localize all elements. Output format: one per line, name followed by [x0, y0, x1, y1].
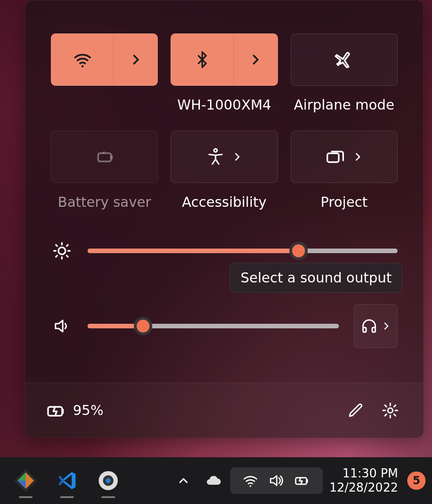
chevron-right-icon	[249, 53, 262, 66]
taskbar-onedrive[interactable]	[200, 461, 227, 500]
tile-project-label: Project	[321, 194, 368, 212]
headphones-icon	[360, 317, 378, 335]
app-icon	[15, 470, 37, 492]
chevron-right-icon	[381, 321, 391, 331]
bluetooth-icon	[193, 50, 211, 69]
pencil-icon	[347, 402, 364, 419]
svg-point-2	[214, 149, 217, 152]
tile-accessibility-wrap: Accessibility	[171, 131, 277, 212]
tile-accessibility[interactable]	[171, 131, 277, 183]
quick-settings-footer: 95%	[25, 382, 423, 438]
taskbar-overflow-button[interactable]	[170, 461, 197, 500]
brightness-slider[interactable]	[88, 249, 398, 253]
svg-rect-3	[327, 153, 339, 162]
tile-project[interactable]	[291, 131, 398, 183]
sound-output-tooltip: Select a sound output	[230, 263, 402, 293]
accessibility-icon	[206, 147, 225, 166]
quick-settings-panel: WH-1000XM4 Airplane mode	[25, 0, 424, 438]
sound-output-button[interactable]	[354, 304, 398, 348]
tile-accessibility-label: Accessibility	[182, 194, 267, 212]
battery-charging-icon	[294, 472, 311, 489]
settings-app-icon	[97, 469, 120, 492]
edit-quick-settings-button[interactable]	[343, 398, 368, 423]
taskbar-app-vscode[interactable]	[48, 461, 86, 500]
svg-point-13	[249, 485, 251, 487]
battery-saver-icon	[94, 146, 116, 168]
clock-time: 11:30 PM	[343, 466, 398, 481]
chevron-up-icon	[177, 474, 190, 487]
volume-slider-row: Select a sound output	[51, 304, 398, 348]
tile-bluetooth[interactable]	[171, 33, 277, 86]
tile-wifi[interactable]	[51, 33, 158, 86]
tile-airplane[interactable]	[291, 33, 398, 86]
tile-bluetooth-expand[interactable]	[233, 34, 277, 85]
tile-battery-saver[interactable]	[51, 131, 158, 183]
taskbar: 11:30 PM 12/28/2022 5	[0, 457, 432, 504]
volume-slider[interactable]	[88, 324, 339, 328]
chevron-right-icon	[129, 53, 143, 66]
taskbar-system-tray[interactable]	[230, 467, 323, 494]
svg-rect-1	[98, 153, 111, 161]
svg-rect-5	[363, 327, 366, 332]
clock-date: 12/28/2022	[329, 481, 398, 495]
svg-point-12	[106, 478, 111, 483]
svg-point-4	[58, 247, 65, 254]
svg-point-8	[388, 408, 393, 413]
volume-icon	[268, 472, 284, 489]
tile-battery-saver-wrap: Battery saver	[51, 131, 158, 212]
taskbar-app-settings[interactable]	[89, 461, 127, 500]
gear-icon	[381, 401, 399, 420]
battery-status[interactable]: 95%	[45, 400, 104, 421]
volume-icon	[51, 315, 73, 337]
tile-airplane-label: Airplane mode	[294, 97, 394, 115]
tile-bluetooth-toggle[interactable]	[171, 34, 233, 85]
chevron-right-icon	[352, 151, 363, 162]
tile-bluetooth-wrap: WH-1000XM4	[171, 33, 277, 115]
open-settings-button[interactable]	[377, 398, 403, 423]
tile-project-wrap: Project	[291, 131, 398, 212]
tile-wifi-wrap	[51, 33, 158, 115]
wifi-icon	[242, 472, 259, 489]
airplane-icon	[333, 49, 354, 70]
project-icon	[325, 146, 346, 167]
tile-wifi-toggle[interactable]	[51, 34, 113, 85]
battery-percent-label: 95%	[73, 402, 104, 418]
svg-rect-6	[372, 327, 376, 332]
taskbar-clock[interactable]: 11:30 PM 12/28/2022	[326, 466, 402, 495]
volume-slider-thumb[interactable]	[134, 317, 152, 335]
tile-bluetooth-label: WH-1000XM4	[177, 97, 271, 115]
chevron-right-icon	[232, 151, 243, 162]
quick-settings-tiles: WH-1000XM4 Airplane mode	[25, 0, 423, 222]
vscode-icon	[55, 469, 78, 492]
svg-point-0	[81, 65, 83, 67]
tile-airplane-wrap: Airplane mode	[291, 33, 398, 115]
tile-battery-saver-label: Battery saver	[58, 194, 151, 212]
notification-badge[interactable]: 5	[407, 471, 426, 490]
sliders-region: Select a sound output	[25, 222, 423, 371]
battery-charging-icon	[45, 400, 66, 421]
wifi-icon	[72, 50, 93, 70]
brightness-icon	[51, 240, 73, 262]
brightness-slider-thumb[interactable]	[289, 242, 308, 260]
taskbar-app-1[interactable]	[6, 461, 45, 500]
brightness-slider-row	[51, 240, 398, 262]
cloud-icon	[205, 472, 222, 489]
tile-wifi-expand[interactable]	[113, 34, 157, 85]
